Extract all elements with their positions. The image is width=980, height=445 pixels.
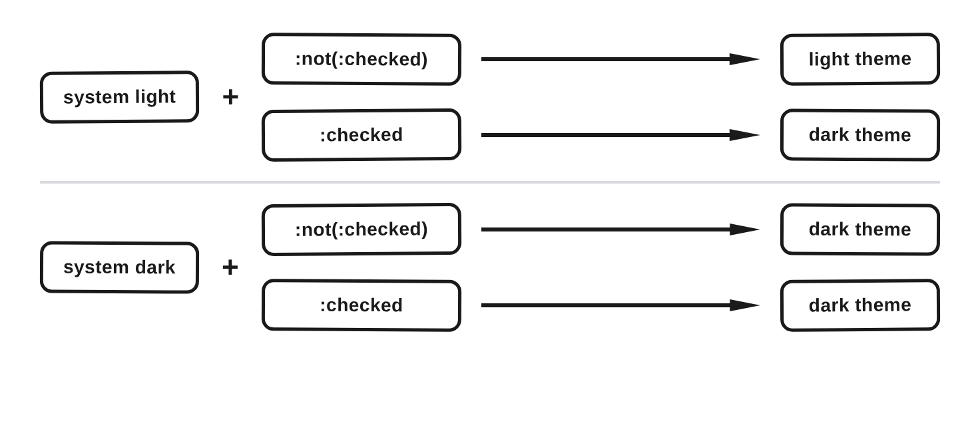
plus-icon: + — [219, 251, 242, 284]
arrow-icon — [481, 52, 760, 67]
result-box: dark theme — [780, 203, 940, 255]
branch-group: :not(:checked) light theme :checked dark… — [262, 33, 940, 161]
result-box: dark theme — [780, 279, 941, 332]
branch-row: :checked dark theme — [262, 109, 940, 161]
selector-box: :not(:checked) — [262, 33, 461, 86]
selector-box: :not(:checked) — [261, 203, 461, 256]
selector-box: :checked — [262, 108, 462, 162]
result-box: light theme — [780, 33, 941, 86]
section-divider — [40, 181, 940, 184]
diagram-section-dark: system dark + :not(:checked) dark theme … — [40, 190, 940, 345]
selector-box: :checked — [261, 279, 461, 332]
arrow-icon — [481, 298, 760, 313]
arrow-icon — [481, 128, 760, 142]
arrow-icon — [481, 222, 760, 237]
branch-row: :not(:checked) light theme — [262, 33, 940, 85]
svg-marker-1 — [730, 53, 760, 65]
result-box: dark theme — [780, 108, 940, 161]
svg-marker-7 — [730, 299, 760, 311]
svg-marker-5 — [730, 223, 760, 235]
svg-marker-3 — [730, 129, 760, 141]
branch-row: :checked dark theme — [262, 279, 940, 331]
system-box: system light — [40, 71, 200, 124]
branch-row: :not(:checked) dark theme — [262, 204, 940, 255]
plus-icon: + — [219, 80, 242, 114]
system-box: system dark — [40, 241, 199, 293]
branch-group: :not(:checked) dark theme :checked dark … — [262, 204, 940, 331]
diagram-section-light: system light + :not(:checked) light them… — [40, 20, 940, 174]
